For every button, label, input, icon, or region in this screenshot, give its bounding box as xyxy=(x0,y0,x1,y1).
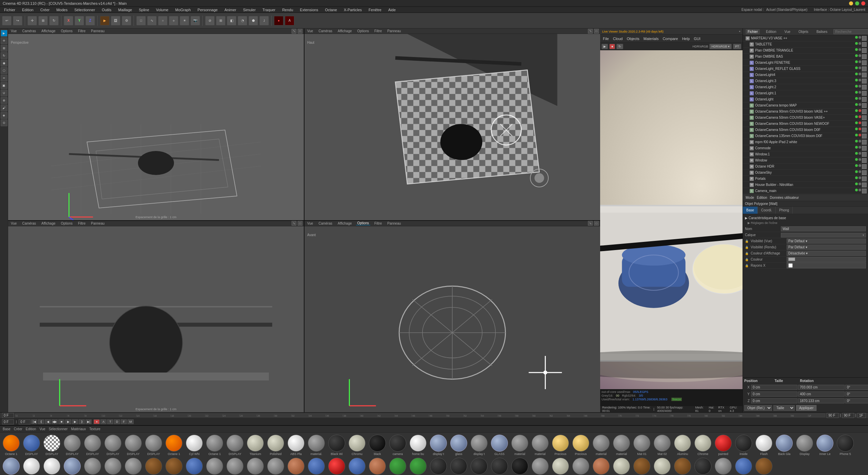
material-swatch[interactable]: Mat xyxy=(205,457,224,475)
vp-tab-filtre[interactable]: Filtre xyxy=(77,29,87,33)
avant2-tab-filtre[interactable]: Filtre xyxy=(373,222,383,225)
haut-canvas[interactable]: Haut xyxy=(304,34,600,220)
x-axis[interactable]: X xyxy=(64,16,73,25)
material-swatch[interactable]: DISPLAY xyxy=(123,434,143,456)
material-swatch[interactable]: home bu xyxy=(408,434,428,456)
pb-stop[interactable]: ■ xyxy=(58,419,64,424)
obj-render-dot[interactable] xyxy=(859,60,861,63)
timeline-end-input[interactable] xyxy=(827,413,839,418)
pb-next-frame[interactable]: ▶ xyxy=(72,419,78,424)
obj-render-dot[interactable] xyxy=(859,85,861,88)
haut-tab-filtre[interactable]: Filtre xyxy=(373,29,383,33)
material-swatch[interactable]: Wood_Fl xyxy=(754,457,774,475)
attr-vis-vue-select[interactable]: Par Défaut ▾ xyxy=(787,239,866,244)
obj-render-dot[interactable] xyxy=(859,115,861,118)
obj-vis-dot[interactable] xyxy=(855,36,858,39)
mat-menu-edition[interactable]: Edition xyxy=(26,427,36,431)
material-swatch[interactable]: [Color_D xyxy=(429,457,448,475)
pb-play[interactable]: ▶ xyxy=(65,419,71,424)
obj-vis-dot[interactable] xyxy=(855,66,858,69)
current-frame-input[interactable] xyxy=(2,419,14,424)
auto-key[interactable]: A xyxy=(285,16,294,25)
menu-edition[interactable]: Edition xyxy=(21,8,35,12)
avant-tab-panneau[interactable]: Panneau xyxy=(90,222,106,225)
avant-tab-affichage[interactable]: Affichage xyxy=(40,222,57,225)
material-swatch[interactable]: Front De xyxy=(123,457,143,475)
lv-menu-objects[interactable]: Objects xyxy=(625,37,640,41)
obj-vis-dot[interactable] xyxy=(855,48,858,51)
obj-render-dot[interactable] xyxy=(859,103,861,106)
avant-expand-btn[interactable]: ⤡ xyxy=(292,221,296,226)
obj-render-dot[interactable] xyxy=(859,79,861,81)
attr-nom-input[interactable] xyxy=(781,226,866,231)
coord-x-size-input[interactable] xyxy=(798,385,845,390)
obj-vis-dot[interactable] xyxy=(855,54,858,57)
obj-vis-dot[interactable] xyxy=(855,158,858,161)
material-swatch[interactable]: [Color_B xyxy=(164,457,184,475)
material-swatch[interactable]: black xyxy=(368,434,387,456)
menu-xparticles[interactable]: X-Particles xyxy=(342,8,363,12)
close-btn[interactable] xyxy=(861,1,865,5)
material-swatch[interactable]: display t xyxy=(469,434,489,456)
pb-next-key[interactable]: ⟫ xyxy=(79,419,85,424)
material-swatch[interactable]: ABS Pla xyxy=(286,434,306,456)
snap-tool[interactable]: ⊙ xyxy=(1,119,7,126)
obj-vis-dot[interactable] xyxy=(855,97,858,100)
object-list-item[interactable]: HHouse Builder - NitroMan xyxy=(743,182,868,188)
attr-calque-value[interactable]: ▾ xyxy=(781,233,866,238)
obj-vis-dot[interactable] xyxy=(855,140,858,142)
coord-mode-select[interactable]: Objet (Rel.) Monde xyxy=(744,405,772,411)
lv-menu-cloud[interactable]: Cloud xyxy=(612,37,624,41)
material-swatch[interactable]: OctGlos xyxy=(652,457,672,475)
lathe-btn[interactable]: ◔ xyxy=(238,16,247,25)
render-settings[interactable]: ⚙ xyxy=(122,16,131,25)
coord-space-select[interactable]: Taille Echelle xyxy=(773,405,795,411)
material-swatch[interactable]: Wood_Fl xyxy=(673,457,692,475)
material-swatch[interactable]: glass xyxy=(449,434,469,456)
pb-play-back[interactable]: ◀▶ xyxy=(52,419,58,424)
material-swatch[interactable]: material xyxy=(510,434,530,456)
material-swatch[interactable]: material xyxy=(530,434,550,456)
vp-expand-btn[interactable]: ⤡ xyxy=(292,29,296,34)
obj-render-dot[interactable] xyxy=(859,91,861,94)
material-swatch[interactable]: [Color_D xyxy=(449,457,469,475)
avant2-expand-btn[interactable]: ⤡ xyxy=(588,221,593,226)
obj-render-dot[interactable] xyxy=(859,42,861,45)
mat-menu-vue[interactable]: Vue xyxy=(39,427,45,431)
material-swatch[interactable]: OctSpec xyxy=(83,457,102,475)
move-tool[interactable]: ✛ xyxy=(27,16,37,25)
coord-z-rot-input[interactable] xyxy=(845,398,868,403)
avant2-tab-options[interactable]: Options xyxy=(356,221,370,225)
material-swatch[interactable]: material xyxy=(612,434,631,456)
mat-menu-select[interactable]: Sélectionner xyxy=(49,427,68,431)
menu-aide[interactable]: Aide xyxy=(387,8,397,12)
material-swatch[interactable]: [Color_D xyxy=(469,457,489,475)
material-swatch[interactable]: Cyl Whi xyxy=(184,434,204,456)
haut-expand-btn[interactable]: ⤡ xyxy=(588,29,593,34)
material-swatch[interactable]: DISPLAY xyxy=(22,434,41,456)
boole-btn[interactable]: ⊘ xyxy=(205,16,215,25)
object-list-item[interactable]: MCommode xyxy=(743,145,868,151)
object-list-item[interactable]: LOctaneLight.2 xyxy=(743,84,868,90)
menu-fichier[interactable]: Fichier xyxy=(3,8,17,12)
material-swatch[interactable]: Backmirr xyxy=(1,457,21,475)
material-swatch[interactable]: Aluminu xyxy=(673,434,692,456)
obj-render-dot[interactable] xyxy=(859,183,861,185)
material-swatch[interactable]: Chrome xyxy=(693,434,713,456)
obj-vis-dot[interactable] xyxy=(855,103,858,106)
mode-uv[interactable]: U xyxy=(1,90,7,96)
obj-manager-tab-vue[interactable]: Vue xyxy=(783,29,792,34)
pb-motion[interactable]: M xyxy=(127,419,134,424)
menu-selectionner[interactable]: Sélectionner xyxy=(73,8,96,12)
material-swatch[interactable]: Copper xyxy=(591,457,611,475)
obj-manager-tab-objets[interactable]: Objets xyxy=(796,29,810,34)
mode-joint[interactable]: ⊕ xyxy=(1,97,7,104)
obj-render-dot[interactable] xyxy=(859,189,861,191)
object-list-item[interactable]: MWindow.1 xyxy=(743,151,868,157)
object-list-item[interactable]: COctaneCamera 50mm COUV03 bloom VASE+ xyxy=(743,115,868,121)
material-swatch[interactable]: DISPLAY xyxy=(83,434,102,456)
haut-tab-options[interactable]: Options xyxy=(356,29,370,33)
material-swatch[interactable]: Mat xyxy=(225,457,245,475)
object-list-item[interactable]: COctaneCamera 90mm COUV03 bloom NEWOOF xyxy=(743,121,868,127)
timeline-alt-end[interactable] xyxy=(842,413,854,418)
